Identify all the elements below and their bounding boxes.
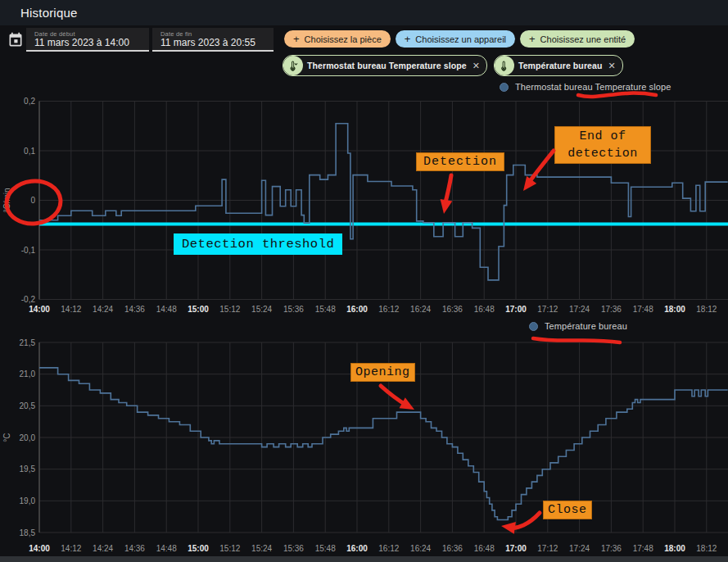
svg-text:16:24: 16:24 [410, 544, 431, 553]
opening-annotation: Opening [350, 363, 415, 382]
svg-text:16:00: 16:00 [346, 544, 368, 553]
detection-annotation: Detection [416, 152, 504, 171]
svg-text:21,0: 21,0 [20, 369, 36, 378]
end-of-detection-annotation: End of detection [554, 126, 651, 164]
series-step-line[interactable] [39, 368, 728, 520]
svg-text:15:12: 15:12 [219, 544, 240, 553]
svg-text:16:48: 16:48 [474, 544, 495, 553]
temperature-chart[interactable]: 14:0014:1214:2414:3614:4815:0015:1215:24… [0, 0, 728, 562]
svg-text:17:24: 17:24 [569, 544, 590, 553]
svg-text:14:12: 14:12 [61, 544, 81, 553]
svg-text:15:00: 15:00 [188, 544, 209, 553]
svg-text:17:12: 17:12 [537, 544, 558, 553]
detection-threshold-annotation: Detection threshold [174, 233, 342, 255]
svg-text:18:12: 18:12 [696, 544, 717, 553]
svg-text:15:48: 15:48 [315, 544, 336, 553]
svg-text:21,5: 21,5 [20, 338, 36, 347]
svg-text:17:48: 17:48 [633, 544, 653, 553]
y-axis-unit: °C [2, 433, 11, 442]
svg-text:17:36: 17:36 [601, 544, 622, 553]
svg-text:16:12: 16:12 [378, 544, 399, 553]
close-annotation: Close [543, 501, 592, 519]
x-tick-labels: 14:0014:1214:2414:3614:4815:0015:1215:24… [29, 544, 717, 553]
svg-text:19,5: 19,5 [20, 465, 36, 474]
svg-text:19,0: 19,0 [20, 496, 36, 505]
svg-text:18:00: 18:00 [664, 544, 685, 553]
y-tick-labels: 21,521,020,520,019,519,018,5 [20, 338, 36, 537]
svg-text:18,5: 18,5 [20, 528, 36, 537]
svg-text:15:36: 15:36 [283, 544, 304, 553]
home-assistant-history-page: Historique Date de début 11 mars 2023 à … [0, 0, 728, 562]
svg-text:16:36: 16:36 [442, 544, 463, 553]
svg-text:14:36: 14:36 [124, 544, 145, 553]
bottom-scrollbar[interactable] [0, 556, 728, 562]
svg-text:14:00: 14:00 [29, 544, 50, 553]
svg-text:20,0: 20,0 [20, 433, 36, 442]
svg-text:15:24: 15:24 [251, 544, 272, 553]
svg-text:14:24: 14:24 [93, 544, 113, 553]
svg-text:14:48: 14:48 [156, 544, 177, 553]
svg-text:20,5: 20,5 [20, 401, 36, 410]
svg-text:17:00: 17:00 [505, 544, 527, 553]
